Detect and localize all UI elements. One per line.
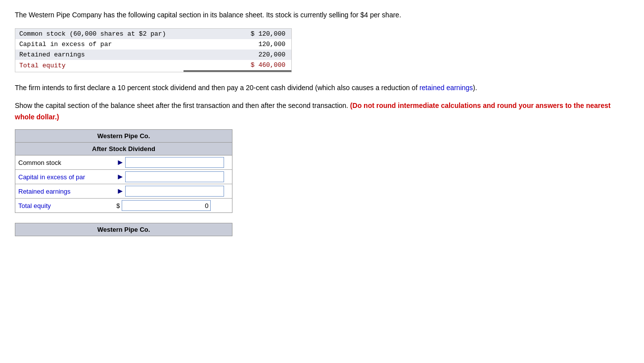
second-table: Western Pipe Co. [15, 223, 232, 236]
subtitle: After Stock Dividend [15, 143, 232, 156]
arrow-icon: ► [116, 187, 124, 196]
total-row: Total equity $ 460,000 [15, 60, 291, 71]
arrow-icon: ► [116, 158, 124, 167]
row-label: Capital in excess of par [15, 39, 184, 50]
total-equity-input[interactable] [122, 200, 211, 211]
table-header-subtitle: After Stock Dividend [15, 143, 232, 156]
total-value: $ 460,000 [184, 60, 291, 71]
input-wrapper: ► [116, 185, 229, 197]
input-wrapper: ► [116, 171, 229, 183]
dollar-sign: $ [116, 202, 120, 209]
row-value: $ 120,000 [184, 29, 291, 39]
balance-sheet-table: Common stock (60,000 shares at $2 par) $… [15, 29, 291, 72]
after-cash-dividend-table: Western Pipe Co. [15, 223, 232, 236]
common-stock-label: Common stock [15, 156, 113, 170]
common-stock-input[interactable] [125, 157, 224, 168]
capital-excess-input-cell: ► [113, 170, 232, 184]
row-label: Common stock (60,000 shares at $2 par) [15, 29, 184, 39]
total-equity-cell: $ [113, 199, 232, 213]
common-stock-input-cell: ► [113, 156, 232, 170]
highlight-red: (Do not round intermediate calculations … [15, 102, 611, 120]
row-label: Retained earnings [15, 50, 184, 60]
row-value: 220,000 [184, 50, 291, 60]
common-stock-row: Common stock ► [15, 156, 232, 170]
capital-excess-row: Capital in excess of par ► [15, 170, 232, 184]
description-1: The firm intends to first declare a 10 p… [15, 82, 629, 93]
capital-excess-label: Capital in excess of par [15, 170, 113, 184]
retained-earnings-row: Retained earnings ► [15, 184, 232, 199]
original-balance-sheet: Common stock (60,000 shares at $2 par) $… [15, 28, 292, 72]
input-table: Western Pipe Co. After Stock Dividend Co… [15, 130, 232, 212]
retained-earnings-input[interactable] [125, 186, 224, 197]
highlight-blue: retained earnings [419, 84, 473, 92]
description-2: Show the capital section of the balance … [15, 100, 629, 122]
intro-text: The Western Pipe Company has the followi… [15, 10, 629, 20]
input-wrapper: ► [116, 156, 229, 168]
retained-earnings-input-cell: ► [113, 184, 232, 199]
table-row: Common stock (60,000 shares at $2 par) $… [15, 29, 291, 39]
arrow-icon: ► [116, 172, 124, 181]
table-row: Capital in excess of par 120,000 [15, 39, 291, 50]
second-table-header: Western Pipe Co. [15, 223, 232, 236]
total-label: Total equity [15, 60, 184, 71]
retained-earnings-label: Retained earnings [15, 184, 113, 199]
second-company-name: Western Pipe Co. [15, 223, 232, 236]
total-equity-label: Total equity [15, 199, 113, 213]
table-header-company: Western Pipe Co. [15, 130, 232, 143]
total-wrapper: $ [116, 200, 229, 211]
company-name: Western Pipe Co. [15, 130, 232, 143]
row-value: 120,000 [184, 39, 291, 50]
capital-excess-input[interactable] [125, 171, 224, 182]
table-row: Retained earnings 220,000 [15, 50, 291, 60]
total-equity-row: Total equity $ [15, 199, 232, 213]
after-stock-dividend-table: Western Pipe Co. After Stock Dividend Co… [15, 129, 232, 213]
